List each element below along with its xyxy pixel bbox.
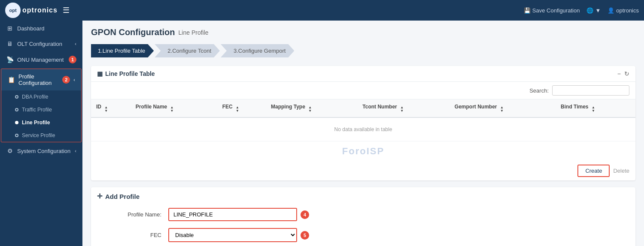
step-configure-gemport[interactable]: 3.Configure Gemport [221,44,294,57]
sidebar-item-dashboard[interactable]: ⊞ Dashboard [0,21,82,36]
profile-icon: 📋 [7,76,15,83]
sidebar-item-onu-management[interactable]: 📡 ONU Management 1 [0,51,82,68]
step-line-profile-table[interactable]: 1.Line Profile Table [91,44,154,57]
sidebar-item-label: OLT Configuration [17,41,71,47]
col-mapping-type: Mapping Type ▲▼ [266,99,357,117]
menu-toggle-icon[interactable]: ☰ [63,6,70,15]
form-area: Profile Name: 4 FEC Disable Enable 5 Map… [91,204,635,246]
layout: ⊞ Dashboard 🖥 OLT Configuration ‹ 📡 ONU … [0,21,644,246]
sort-icon: ▲▼ [104,106,108,113]
user-menu[interactable]: 👤 optronics [608,7,639,14]
add-profile-title: Add Profile [105,193,140,200]
fec-label: FEC [108,232,168,238]
logo-inner-text: opt [9,8,16,13]
sidebar-item-traffic-profile[interactable]: Traffic Profile [1,103,81,116]
step-configure-tcont[interactable]: 2.Configure Tcont [155,44,220,57]
profile-config-section: 📋 Profile Configuration 2 ‹ DBA Profile … [1,69,82,142]
sort-icon: ▲▼ [592,106,595,113]
chevron-icon: ‹ [75,41,76,46]
watermark-text: ForoISP [91,141,635,161]
sidebar-sub-label: Traffic Profile [22,107,52,113]
sidebar-item-label: Dashboard [17,25,76,32]
sidebar-sub-label: Service Profile [22,132,55,138]
navbar: opt optronics ☰ 💾 Save Configuration 🌐 ▼… [0,0,644,21]
step-label: 2.Configure Tcont [167,48,211,54]
col-gemport-number: Gemport Number ▲▼ [450,99,556,117]
table-header-row: ID ▲▼ Profile Name ▲▼ FEC ▲▼ Mapping T [91,99,635,117]
save-configuration-button[interactable]: 💾 Save Configuration [524,7,580,14]
save-icon: 💾 [524,7,531,14]
search-label: Search: [529,87,549,94]
sidebar-item-label: System Configuration [17,148,71,154]
dot-icon [15,121,18,124]
language-selector[interactable]: 🌐 ▼ [586,7,601,14]
step-label: 3.Configure Gemport [234,48,286,54]
breadcrumb-sub: Line Profile [179,29,209,36]
search-bar: Search: [91,82,635,99]
badge-4: 4 [301,210,309,219]
save-config-label: Save Configuration [532,7,580,14]
onu-icon: 📡 [6,56,14,63]
minimize-button[interactable]: − [617,70,621,77]
username-label: optronics [616,7,639,14]
sidebar: ⊞ Dashboard 🖥 OLT Configuration ‹ 📡 ONU … [0,21,82,246]
col-fec: FEC ▲▼ [217,99,266,117]
sidebar-sub-label: Line Profile [22,120,50,126]
col-profile-name: Profile Name ▲▼ [131,99,217,117]
navbar-right: 💾 Save Configuration 🌐 ▼ 👤 optronics [524,7,639,14]
step-label: 1.Line Profile Table [98,48,145,54]
dot-icon [15,95,18,99]
fec-select[interactable]: Disable Enable [168,228,297,242]
sidebar-item-dba-profile[interactable]: DBA Profile [1,90,81,103]
badge-5: 5 [301,231,309,240]
create-button[interactable]: Create [577,165,610,177]
navbar-left: opt optronics ☰ [5,3,70,18]
onu-badge: 1 [69,56,76,63]
sidebar-item-olt-configuration[interactable]: 🖥 OLT Configuration ‹ [0,36,82,51]
col-tcont-number: Tcont Number ▲▼ [357,99,450,117]
line-profile-table-card: ▦ Line Profile Table − ↻ Search: ID [91,66,635,180]
table-row-empty: No data available in table [91,117,635,141]
chevron-icon: ‹ [75,148,76,153]
logo-icon: opt [5,3,21,18]
user-icon: 👤 [608,7,614,14]
card-title: ▦ Line Profile Table [97,70,155,77]
profile-name-input[interactable] [168,208,297,221]
dot-icon [15,108,18,111]
col-id: ID ▲▼ [91,99,131,117]
profile-badge: 2 [62,76,70,84]
profile-name-label: Profile Name: [108,211,168,218]
sort-icon: ▲▼ [236,106,239,113]
line-profile-table: ID ▲▼ Profile Name ▲▼ FEC ▲▼ Mapping T [91,99,635,141]
no-data-text: No data available in table [91,117,635,141]
page-header: GPON Configuration Line Profile [91,27,635,37]
sort-icon: ▲▼ [500,106,504,113]
sidebar-item-line-profile[interactable]: Line Profile [1,116,81,129]
card-header: ▦ Line Profile Table − ↻ [91,66,635,82]
col-bind-times: Bind Times ▲▼ [556,99,635,117]
sort-icon: ▲▼ [400,106,404,113]
form-row-fec: FEC Disable Enable 5 [108,228,618,242]
refresh-button[interactable]: ↻ [624,70,629,77]
page-title: GPON Configuration [91,27,175,37]
sidebar-item-label: Profile Configuration [18,73,59,86]
logo-text: optronics [22,6,58,14]
globe-icon: 🌐 [586,7,593,14]
logo: opt optronics [5,3,58,18]
system-icon: ⚙ [6,147,14,154]
delete-button[interactable]: Delete [613,165,629,177]
add-icon: ✛ [97,192,103,200]
search-input[interactable] [552,85,629,96]
table-icon: ▦ [97,70,103,77]
dot-icon [15,134,18,137]
dashboard-icon: ⊞ [6,25,14,32]
table-action-row: Create Delete [91,161,635,180]
sidebar-sub-label: DBA Profile [22,94,48,100]
olt-icon: 🖥 [6,40,14,47]
sidebar-item-label: ONU Management [17,57,65,63]
add-profile-card: ✛ Add Profile Profile Name: 4 FEC Disabl… [91,187,635,246]
sidebar-item-system-configuration[interactable]: ⚙ System Configuration ‹ [0,143,82,159]
sidebar-item-service-profile[interactable]: Service Profile [1,129,81,142]
steps-nav: 1.Line Profile Table 2.Configure Tcont 3… [91,44,635,57]
sidebar-item-profile-configuration[interactable]: 📋 Profile Configuration 2 ‹ [1,69,81,90]
